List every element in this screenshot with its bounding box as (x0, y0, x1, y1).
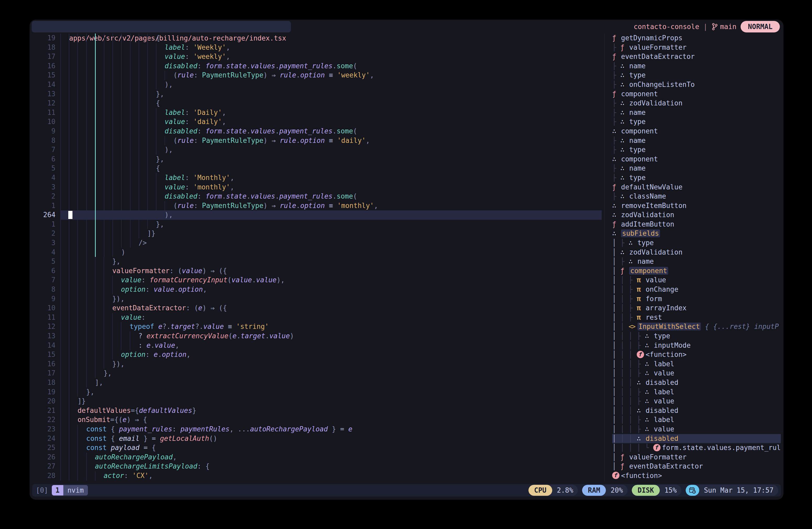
outline-item[interactable]: │ │ ├ π onChange (612, 285, 781, 294)
code-line[interactable]: 10eventDataExtractor: (e) ⇒ ({ (30, 303, 602, 313)
outline-item[interactable]: ∴ subFields (612, 229, 781, 238)
outline-item[interactable]: │ ∴ zodValidation (612, 248, 781, 257)
code-line[interactable]: 12{ (30, 99, 602, 108)
outline-item[interactable]: ├ ƒ valueFormatter (612, 43, 781, 52)
outline-item[interactable]: ├ ∴ zodValidation (612, 99, 781, 108)
outline-item[interactable]: ├ ∴ type (612, 71, 781, 80)
symbols-outline-pane[interactable]: ƒ getDynamicProps├ ƒ valueFormatterƒ eve… (612, 33, 781, 481)
code-line[interactable]: 28actor: 'CX', (30, 471, 602, 481)
outline-item[interactable]: ├ ∴ type (612, 173, 781, 183)
outline-item[interactable]: ƒ getDynamicProps (612, 33, 781, 43)
code-line[interactable]: 5}, (30, 257, 602, 266)
code-line[interactable]: 6valueFormatter: (value) ⇒ ({ (30, 266, 602, 276)
code-line[interactable]: 16disabled: form.state.values.payment_ru… (30, 61, 602, 71)
outline-item[interactable]: │ │ ├ π arrayIndex (612, 303, 781, 313)
code-line[interactable]: 4) (30, 248, 602, 257)
outline-item[interactable]: ├ ∴ name (612, 136, 781, 145)
code-line[interactable]: 3value: 'monthly', (30, 183, 602, 192)
tmux-window-tab[interactable]: 1 nvim (52, 485, 88, 496)
outline-item[interactable]: │ ƒ component (612, 266, 781, 276)
outline-item[interactable]: │ │ │ ├ ∴ type (612, 331, 781, 341)
code-line[interactable]: 15(rule: PaymentRuleType) ⇒ rule.option … (30, 71, 602, 80)
outline-item[interactable]: ├ ∴ name (612, 164, 781, 173)
outline-item[interactable]: │ │ │ ├ ∴ value (612, 425, 781, 434)
outline-item[interactable]: │ │ │ f<function> (612, 350, 781, 359)
code-line[interactable]: 15option: e.option, (30, 350, 602, 359)
outline-item[interactable]: │ ƒ valueFormatter (612, 453, 781, 462)
code-line[interactable]: 7value: formatCurrencyInput(value.value)… (30, 275, 602, 285)
outline-item[interactable]: │ │ │ ∴ disabled (612, 434, 781, 443)
code-line[interactable]: 19}, (30, 387, 602, 397)
code-line[interactable]: 9}), (30, 294, 602, 304)
outline-item[interactable]: ∴ zodValidation (612, 210, 781, 220)
code-line[interactable]: 18], (30, 378, 602, 387)
outline-item[interactable]: ƒ eventDataExtractor (612, 52, 781, 61)
outline-item[interactable]: ∴ removeItemButton (612, 201, 781, 211)
outline-item[interactable]: ├ ∴ onChangeListenTo (612, 80, 781, 89)
code-line[interactable]: 1}, (30, 220, 602, 229)
outline-item[interactable]: │ │ <>InputWithSelect { {...rest} inputP (612, 322, 781, 331)
code-line[interactable]: 14: e.value, (30, 341, 602, 350)
code-line[interactable]: 17}, (30, 369, 602, 378)
code-line[interactable]: 2disabled: form.state.values.payment_rul… (30, 192, 602, 201)
outline-item[interactable]: ƒ component (612, 89, 781, 99)
file-path-tab[interactable]: apps/web/src/v2/pages/billing/auto-recha… (32, 21, 291, 32)
code-line[interactable]: 7), (30, 145, 602, 155)
code-line[interactable]: 25const payload = { (30, 443, 602, 453)
code-line[interactable]: 6}, (30, 155, 602, 164)
code-line[interactable]: 8option: value.option, (30, 285, 602, 294)
outline-item[interactable]: │ │ │ ├ ∴ inputMode (612, 341, 781, 350)
outline-item[interactable]: ├ ∴ name (612, 108, 781, 117)
code-line[interactable]: 8(rule: PaymentRuleType) ⇒ rule.option ≡… (30, 136, 602, 145)
outline-item[interactable]: │ │ ├ π value (612, 275, 781, 285)
code-line[interactable]: 19{ (30, 33, 602, 43)
outline-item[interactable]: │ │ │ ├ ∴ value (612, 369, 781, 378)
code-line[interactable]: 11label: 'Daily', (30, 108, 602, 117)
code-line[interactable]: 21defaultValues={defaultValues} (30, 406, 602, 415)
code-line[interactable]: 5{ (30, 164, 602, 173)
code-line[interactable]: 23const { payment_rules: paymentRules, .… (30, 425, 602, 434)
code-line[interactable]: 24const { email } = getLocalAuth() (30, 434, 602, 443)
outline-item[interactable]: ├ ∴ type (612, 117, 781, 127)
code-line[interactable]: 13}, (30, 89, 602, 99)
code-line[interactable]: 27autoRechargeLimitsPayload: { (30, 462, 602, 471)
outline-item[interactable]: ƒ defaultNewValue (612, 183, 781, 192)
outline-item[interactable]: ∴ component (612, 127, 781, 136)
code-line[interactable]: 16}), (30, 359, 602, 369)
outline-item[interactable]: │ │ ├ π rest (612, 313, 781, 322)
outline-item[interactable]: │ │ │ ∴ disabled (612, 378, 781, 387)
outline-item[interactable]: │ │ │ ├ ∴ value (612, 397, 781, 406)
code-line[interactable]: 13? extractCurrencyValue(e.target.value) (30, 331, 602, 341)
outline-item[interactable]: │ │ ├ π form (612, 294, 781, 304)
code-line[interactable]: 11value: (30, 313, 602, 322)
outline-item[interactable]: ├ ∴ type (612, 145, 781, 155)
outline-item[interactable]: │ │ │ ├ ∴ label (612, 415, 781, 425)
outline-item[interactable]: ƒ addItemButton (612, 220, 781, 229)
outline-item[interactable]: ├ ∴ className (612, 192, 781, 201)
code-line[interactable]: 22onSubmit={(e) ⇒ { (30, 415, 602, 425)
outline-item[interactable]: │ ├ ∴ name (612, 257, 781, 266)
code-line[interactable]: 4label: 'Monthly', (30, 173, 602, 183)
code-line[interactable]: 1(rule: PaymentRuleType) ⇒ rule.option ≡… (30, 201, 602, 211)
code-line-current[interactable]: 264), (30, 210, 602, 220)
outline-item[interactable]: │ │ │ ∴ disabled (612, 406, 781, 415)
outline-item[interactable]: ├ ∴ name (612, 61, 781, 71)
outline-item[interactable]: │ │ │ ├ ∴ label (612, 387, 781, 397)
code-line[interactable]: 9disabled: form.state.values.payment_rul… (30, 127, 602, 136)
outline-item[interactable]: │ ├ ∴ type (612, 238, 781, 248)
code-line[interactable]: 18label: 'Weekly', (30, 43, 602, 52)
outline-item[interactable]: ∴ component (612, 155, 781, 164)
code-line[interactable]: 20]} (30, 397, 602, 406)
outline-item[interactable]: │ │ │ ├ ∴ label (612, 359, 781, 369)
outline-item[interactable]: f<function> (612, 471, 781, 481)
outline-item[interactable]: │ ƒ eventDataExtractor (612, 462, 781, 471)
code-line[interactable]: 10value: 'daily', (30, 117, 602, 127)
code-line[interactable]: 12typeof e?.target?.value ≡ 'string' (30, 322, 602, 331)
code-line[interactable]: 3/> (30, 238, 602, 248)
outline-item[interactable]: │ │ │ │ └ fform.state.values.payment_rul (612, 443, 781, 453)
code-line[interactable]: 17value: 'weekly', (30, 52, 602, 61)
editor-pane[interactable]: 19{18label: 'Weekly',17value: 'weekly',1… (30, 33, 602, 481)
code-line[interactable]: 26autoRechargePayload, (30, 453, 602, 462)
code-line[interactable]: 2]} (30, 229, 602, 238)
code-line[interactable]: 14), (30, 80, 602, 89)
